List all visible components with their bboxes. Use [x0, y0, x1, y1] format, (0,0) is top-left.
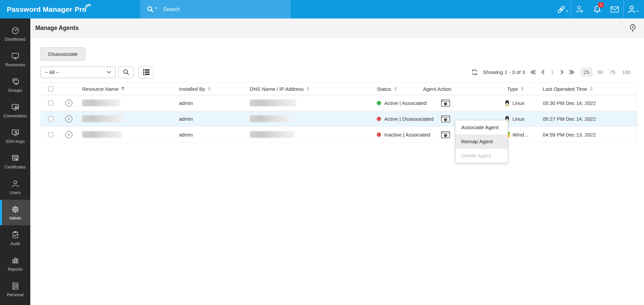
select-all-checkbox[interactable]: [48, 86, 53, 91]
search-scope-caret-icon[interactable]: ▾: [155, 6, 157, 10]
table-row[interactable]: iadminActive | AssociatedLinux05:30 PM D…: [40, 95, 637, 111]
search-input[interactable]: [163, 6, 264, 12]
sidebar-item-certificates[interactable]: Certificates: [0, 149, 30, 174]
sidebar-item-admin[interactable]: Admin: [0, 200, 30, 225]
status-dot: [377, 117, 381, 121]
certificates-icon: [11, 154, 20, 163]
column-header[interactable]: Type: [498, 86, 538, 92]
sidebar-item-reports[interactable]: Reports: [0, 251, 30, 276]
column-header[interactable]: Installed By: [175, 86, 241, 92]
password-access-icon[interactable]: ▾: [553, 0, 571, 18]
row-checkbox[interactable]: [48, 101, 53, 106]
disassociate-button[interactable]: Disassociate: [40, 47, 86, 61]
page-size-options: 255075100: [581, 68, 632, 76]
resources-icon: [11, 51, 20, 61]
logo-text-bold: Password Manager: [7, 5, 72, 13]
menu-item-associate-agent[interactable]: Associate Agent: [455, 120, 508, 135]
row-checkbox[interactable]: [48, 132, 53, 137]
page-number[interactable]: 1: [550, 69, 555, 75]
table-row[interactable]: iadminActive | DisassociatedLinux05:27 P…: [40, 111, 637, 127]
sidebar-item-label: SSH Keys: [6, 139, 25, 144]
sort-arrows-icon[interactable]: [394, 87, 397, 91]
sidebar-item-sshkeys[interactable]: SSH Keys: [0, 123, 30, 149]
info-icon[interactable]: i: [65, 131, 72, 138]
user-favorites-icon[interactable]: [571, 0, 588, 18]
first-page-icon[interactable]: [530, 70, 536, 74]
sort-arrows-icon[interactable]: [521, 87, 524, 91]
sort-arrows-icon[interactable]: [307, 87, 309, 91]
sort-arrows-icon[interactable]: [590, 87, 593, 91]
last-operated-time: 04:59 PM Dec 13, 2022: [543, 132, 596, 138]
chevron-down-icon: ▾: [637, 9, 639, 13]
sidebar-item-audit[interactable]: Audit: [0, 225, 30, 251]
connections-icon: [11, 103, 20, 112]
page-size-25[interactable]: 25: [581, 68, 592, 76]
agents-table: Resource NameInstalled ByDNS Name / IP A…: [40, 82, 637, 143]
page-size-75[interactable]: 75: [608, 68, 617, 76]
notifications-bell-icon[interactable]: !: [588, 0, 606, 18]
pagination-summary: Showing 1 - 3 of 3: [483, 69, 525, 75]
installed-by: admin: [179, 132, 193, 138]
sidebar-item-dashboard[interactable]: Dashboard: [0, 21, 30, 46]
sidebar-item-groups[interactable]: Groups: [0, 72, 30, 98]
audit-icon: [11, 230, 20, 239]
agent-action-button[interactable]: [441, 131, 450, 138]
personal-icon: [11, 281, 20, 291]
sidebar-item-label: Connections: [3, 114, 27, 118]
sidebar-item-label: Personal: [7, 293, 23, 297]
pagination: Showing 1 - 3 of 3 1 255075100: [471, 68, 637, 76]
sort-arrows-icon[interactable]: [122, 87, 124, 91]
page-size-50[interactable]: 50: [596, 68, 605, 76]
sidebar-item-label: Users: [10, 190, 21, 195]
column-chooser-button[interactable]: [138, 66, 154, 78]
page-size-100[interactable]: 100: [621, 68, 632, 76]
info-icon[interactable]: i: [65, 100, 72, 107]
sidebar-item-connections[interactable]: Connections: [0, 98, 30, 123]
sidebar-item-personal[interactable]: Personal: [0, 276, 30, 302]
prev-page-icon[interactable]: [541, 70, 545, 74]
table-row[interactable]: iadminInactive | AssociatedWind...04:59 …: [40, 127, 637, 143]
page-title: Manage Agents: [35, 25, 79, 32]
filter-row: -- All --: [40, 66, 637, 78]
table-header-row: Resource NameInstalled ByDNS Name / IP A…: [40, 82, 637, 95]
sidebar-item-label: Audit: [10, 241, 20, 246]
column-header[interactable]: Resource Name: [78, 86, 175, 92]
row-checkbox[interactable]: [48, 116, 53, 121]
sort-arrows-icon[interactable]: [208, 87, 211, 91]
sidebar-item-label: Reports: [8, 267, 23, 272]
agent-action-button[interactable]: [441, 100, 450, 107]
app-logo[interactable]: Password Manager Pro: [7, 0, 93, 18]
users-icon: [11, 179, 20, 188]
last-operated-time: 05:27 PM Dec 14, 2022: [543, 116, 596, 122]
search-icon: [146, 5, 155, 14]
account-menu-icon[interactable]: ▾: [624, 0, 641, 18]
redacted-dns-name: [250, 100, 296, 106]
agent-action-gear-icon: [441, 100, 450, 107]
status-dot: [377, 101, 381, 105]
sidebar-item-users[interactable]: Users: [0, 174, 30, 200]
sidebar-item-label: Groups: [8, 88, 22, 93]
redacted-resource-name: [82, 100, 120, 106]
column-header[interactable]: DNS Name / IP Address: [241, 86, 368, 92]
last-page-icon[interactable]: [569, 70, 575, 74]
next-page-icon[interactable]: [560, 70, 564, 74]
agent-action-menu: Associate AgentRemap AgentDelete Agent: [455, 120, 508, 163]
agent-action-button[interactable]: [441, 115, 450, 122]
column-header[interactable]: Last Operated Time: [538, 86, 637, 92]
mail-icon[interactable]: [606, 0, 623, 18]
menu-item-remap-agent[interactable]: Remap Agent: [455, 135, 508, 149]
logo-swoosh-icon: [84, 3, 93, 10]
refresh-icon[interactable]: [471, 69, 478, 76]
column-header[interactable]: Agent Action: [422, 86, 498, 92]
help-bulb-icon[interactable]: [629, 24, 637, 34]
global-search[interactable]: ▾: [140, 0, 291, 18]
filter-select[interactable]: -- All --: [40, 67, 115, 78]
agent-action-gear-icon: [441, 115, 450, 122]
search-button[interactable]: [118, 66, 134, 78]
info-icon[interactable]: i: [65, 115, 72, 122]
linux-tux-icon: [505, 100, 510, 106]
sidebar-item-resources[interactable]: Resources: [0, 46, 30, 72]
column-header[interactable]: Status: [367, 86, 422, 92]
sidebar-item-label: Dashboard: [5, 37, 25, 42]
reports-icon: [11, 256, 20, 265]
